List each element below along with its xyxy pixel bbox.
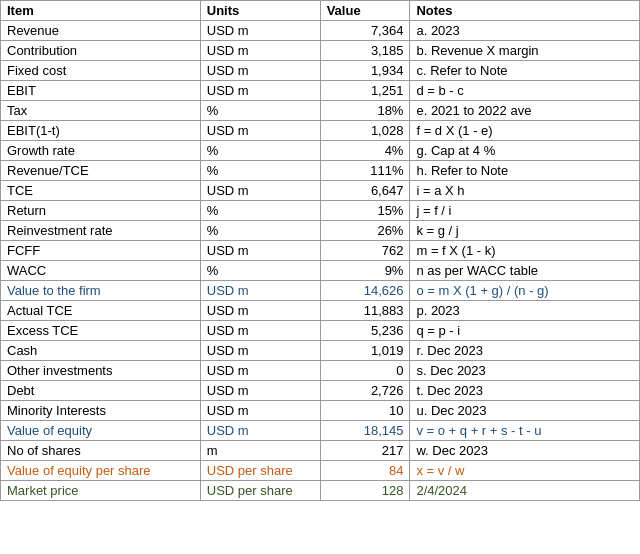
row-units: USD m — [200, 281, 320, 301]
row-item: Excess TCE — [1, 321, 201, 341]
row-units: USD m — [200, 121, 320, 141]
row-notes: p. 2023 — [410, 301, 640, 321]
row-value: 217 — [320, 441, 410, 461]
row-units: % — [200, 141, 320, 161]
row-item: Growth rate — [1, 141, 201, 161]
row-value: 11,883 — [320, 301, 410, 321]
row-value: 6,647 — [320, 181, 410, 201]
row-units: USD m — [200, 81, 320, 101]
row-value: 1,028 — [320, 121, 410, 141]
row-notes: x = v / w — [410, 461, 640, 481]
row-item: EBIT(1-t) — [1, 121, 201, 141]
row-item: Debt — [1, 381, 201, 401]
row-notes: g. Cap at 4 % — [410, 141, 640, 161]
row-value: 1,019 — [320, 341, 410, 361]
row-item: EBIT — [1, 81, 201, 101]
row-item: Tax — [1, 101, 201, 121]
row-units: % — [200, 221, 320, 241]
row-notes: 2/4/2024 — [410, 481, 640, 501]
row-item: No of shares — [1, 441, 201, 461]
row-value: 4% — [320, 141, 410, 161]
row-item: Fixed cost — [1, 61, 201, 81]
row-item: Value of equity per share — [1, 461, 201, 481]
row-notes: h. Refer to Note — [410, 161, 640, 181]
header-value: Value — [320, 1, 410, 21]
row-notes: i = a X h — [410, 181, 640, 201]
row-value: 15% — [320, 201, 410, 221]
row-item: Market price — [1, 481, 201, 501]
row-value: 84 — [320, 461, 410, 481]
header-units: Units — [200, 1, 320, 21]
row-value: 1,251 — [320, 81, 410, 101]
header-item: Item — [1, 1, 201, 21]
row-item: Revenue/TCE — [1, 161, 201, 181]
row-item: WACC — [1, 261, 201, 281]
row-notes: q = p - i — [410, 321, 640, 341]
row-notes: n as per WACC table — [410, 261, 640, 281]
row-units: USD m — [200, 341, 320, 361]
header-notes: Notes — [410, 1, 640, 21]
row-value: 14,626 — [320, 281, 410, 301]
row-units: USD m — [200, 321, 320, 341]
row-units: USD per share — [200, 461, 320, 481]
row-item: TCE — [1, 181, 201, 201]
row-units: USD m — [200, 401, 320, 421]
row-item: Value of equity — [1, 421, 201, 441]
row-units: USD m — [200, 421, 320, 441]
row-item: Cash — [1, 341, 201, 361]
row-notes: u. Dec 2023 — [410, 401, 640, 421]
row-units: USD per share — [200, 481, 320, 501]
row-units: USD m — [200, 241, 320, 261]
row-units: % — [200, 201, 320, 221]
row-item: Minority Interests — [1, 401, 201, 421]
row-units: USD m — [200, 301, 320, 321]
row-value: 9% — [320, 261, 410, 281]
row-item: Actual TCE — [1, 301, 201, 321]
valuation-table: Item Units Value Notes RevenueUSD m7,364… — [0, 0, 640, 501]
row-value: 0 — [320, 361, 410, 381]
row-notes: w. Dec 2023 — [410, 441, 640, 461]
row-value: 3,185 — [320, 41, 410, 61]
row-item: FCFF — [1, 241, 201, 261]
row-value: 26% — [320, 221, 410, 241]
row-units: USD m — [200, 361, 320, 381]
row-notes: k = g / j — [410, 221, 640, 241]
row-notes: e. 2021 to 2022 ave — [410, 101, 640, 121]
row-notes: v = o + q + r + s - t - u — [410, 421, 640, 441]
row-value: 762 — [320, 241, 410, 261]
row-units: % — [200, 161, 320, 181]
row-units: USD m — [200, 41, 320, 61]
row-units: USD m — [200, 181, 320, 201]
row-value: 1,934 — [320, 61, 410, 81]
row-notes: c. Refer to Note — [410, 61, 640, 81]
row-units: m — [200, 441, 320, 461]
row-notes: r. Dec 2023 — [410, 341, 640, 361]
row-units: USD m — [200, 21, 320, 41]
row-item: Other investments — [1, 361, 201, 381]
row-value: 18,145 — [320, 421, 410, 441]
row-units: % — [200, 101, 320, 121]
row-item: Return — [1, 201, 201, 221]
row-units: USD m — [200, 381, 320, 401]
row-value: 2,726 — [320, 381, 410, 401]
row-notes: t. Dec 2023 — [410, 381, 640, 401]
row-notes: j = f / i — [410, 201, 640, 221]
row-value: 5,236 — [320, 321, 410, 341]
row-units: % — [200, 261, 320, 281]
row-units: USD m — [200, 61, 320, 81]
row-item: Revenue — [1, 21, 201, 41]
row-notes: a. 2023 — [410, 21, 640, 41]
row-item: Value to the firm — [1, 281, 201, 301]
row-value: 18% — [320, 101, 410, 121]
row-item: Reinvestment rate — [1, 221, 201, 241]
row-notes: o = m X (1 + g) / (n - g) — [410, 281, 640, 301]
row-notes: d = b - c — [410, 81, 640, 101]
row-notes: s. Dec 2023 — [410, 361, 640, 381]
row-value: 10 — [320, 401, 410, 421]
row-value: 111% — [320, 161, 410, 181]
row-notes: f = d X (1 - e) — [410, 121, 640, 141]
row-notes: m = f X (1 - k) — [410, 241, 640, 261]
row-value: 128 — [320, 481, 410, 501]
row-item: Contribution — [1, 41, 201, 61]
row-value: 7,364 — [320, 21, 410, 41]
